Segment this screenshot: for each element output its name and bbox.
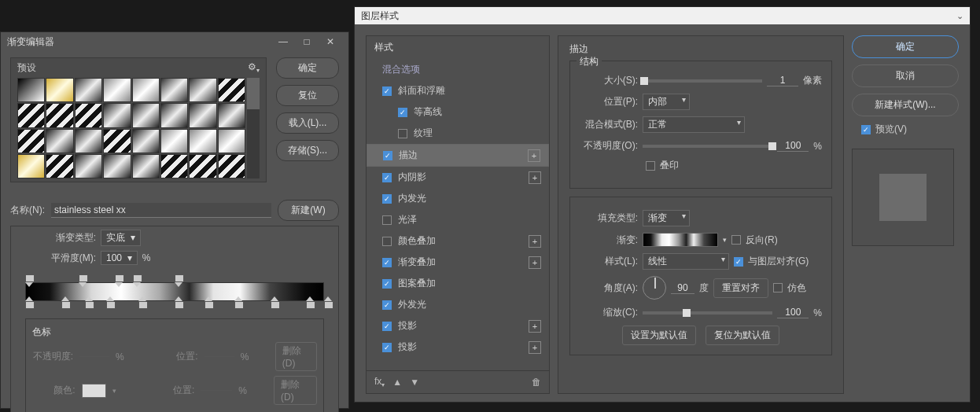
color-stop[interactable] [175, 301, 182, 311]
preset-swatch[interactable] [218, 129, 245, 153]
preset-swatch[interactable] [189, 154, 216, 178]
style-item-4[interactable]: ✓内阴影+ [367, 167, 549, 188]
preset-swatch[interactable] [46, 103, 73, 127]
smoothness-value[interactable]: 100 ▾ [101, 251, 138, 265]
minimize-icon[interactable]: — [271, 36, 295, 47]
color-stop[interactable] [234, 301, 242, 311]
save-button[interactable]: 存储(S)... [276, 140, 339, 161]
size-value[interactable]: 1 [767, 75, 798, 86]
color-stop[interactable] [61, 301, 69, 311]
color-stop[interactable] [138, 301, 146, 311]
opacity-stop[interactable] [133, 273, 141, 282]
delete-button[interactable]: 删除(D) [275, 342, 317, 371]
preset-swatch[interactable] [132, 129, 160, 153]
style-checkbox[interactable]: ✓ [382, 258, 392, 267]
preset-swatch[interactable] [160, 129, 188, 153]
position-field[interactable] [204, 356, 234, 357]
preset-swatch[interactable] [160, 78, 188, 102]
preset-swatch[interactable] [103, 78, 131, 102]
preset-swatch[interactable] [17, 129, 45, 153]
style-item-3[interactable]: ✓描边+ [367, 144, 549, 167]
style-item-2[interactable]: 纹理 [367, 123, 549, 144]
blending-options-item[interactable]: 混合选项 [367, 59, 549, 80]
gradient-swatch[interactable] [643, 233, 718, 247]
gear-icon[interactable]: ⚙▾ [248, 61, 260, 74]
opacity-stop[interactable] [115, 273, 123, 282]
style-item-12[interactable]: ✓投影+ [367, 337, 549, 358]
ok-button[interactable]: 确定 [276, 57, 339, 79]
preset-swatch[interactable] [189, 129, 216, 153]
color-stop[interactable] [324, 301, 332, 311]
scale-slider[interactable] [643, 311, 772, 315]
gradient-name-input[interactable] [51, 203, 271, 218]
preset-swatch[interactable] [132, 103, 160, 127]
preset-swatch[interactable] [75, 78, 102, 102]
style-item-9[interactable]: ✓图案叠加 [367, 273, 549, 294]
arrow-up-icon[interactable]: ▲ [392, 377, 402, 388]
fill-type-select[interactable]: 渐变 [643, 210, 690, 226]
add-icon[interactable]: + [529, 235, 541, 248]
preset-swatch[interactable] [218, 78, 245, 102]
preset-swatch[interactable] [75, 103, 102, 127]
style-checkbox[interactable] [382, 215, 392, 225]
preset-swatch[interactable] [17, 78, 45, 102]
style-checkbox[interactable]: ✓ [382, 279, 392, 289]
reset-align-button[interactable]: 重置对齐 [713, 278, 768, 298]
preset-scrollbar[interactable] [247, 78, 260, 178]
add-icon[interactable]: + [529, 171, 541, 184]
color-stop[interactable] [204, 301, 212, 311]
maximize-icon[interactable]: □ [295, 36, 319, 47]
gradient-bar[interactable] [25, 271, 324, 312]
opacity-value[interactable]: 100 [777, 140, 809, 152]
opacity-stop[interactable] [175, 273, 182, 282]
opacity-slider[interactable] [643, 145, 772, 148]
style-checkbox[interactable]: ✓ [382, 343, 392, 352]
new-style-button[interactable]: 新建样式(W)... [852, 94, 959, 116]
color-swatch[interactable] [82, 384, 106, 398]
color-stop[interactable] [271, 301, 278, 311]
preset-swatch[interactable] [46, 78, 73, 102]
add-icon[interactable]: + [529, 341, 541, 354]
style-item-7[interactable]: 颜色叠加+ [367, 230, 549, 252]
style-checkbox[interactable]: ✓ [382, 322, 392, 331]
style-item-10[interactable]: ✓外发光 [367, 294, 549, 315]
preset-swatch[interactable] [132, 154, 160, 178]
blend-mode-select[interactable]: 正常 [643, 116, 745, 133]
reverse-checkbox[interactable] [731, 235, 741, 245]
delete-button-2[interactable]: 删除(D) [274, 376, 317, 405]
cancel-button[interactable]: 取消 [852, 64, 959, 87]
preset-swatch[interactable] [75, 129, 102, 153]
fx-icon[interactable]: fx▾ [374, 376, 385, 388]
arrow-down-icon[interactable]: ▼ [410, 377, 419, 388]
scale-value[interactable]: 100 [777, 307, 809, 318]
angle-value[interactable]: 90 [671, 282, 694, 294]
preset-swatch[interactable] [132, 78, 160, 102]
load-button[interactable]: 载入(L)... [276, 112, 339, 134]
style-checkbox[interactable] [382, 237, 392, 246]
size-slider[interactable] [643, 79, 762, 83]
style-select[interactable]: 线性 [643, 253, 729, 270]
chevron-down-icon[interactable]: ⌄ [956, 11, 963, 21]
preset-swatch[interactable] [189, 103, 216, 127]
gradient-editor-titlebar[interactable]: 渐变编辑器 — □ ✕ [1, 32, 348, 51]
position-select[interactable]: 内部 [643, 94, 690, 110]
gradient-type-select[interactable]: 实底 ▾ [101, 230, 141, 246]
overprint-checkbox[interactable] [646, 161, 655, 171]
style-item-1[interactable]: ✓等高线 [367, 101, 549, 123]
set-default-button[interactable]: 设置为默认值 [622, 326, 696, 345]
opacity-stop[interactable] [25, 273, 33, 282]
style-checkbox[interactable]: ✓ [382, 194, 392, 204]
preset-swatch[interactable] [17, 154, 45, 178]
preset-swatch[interactable] [46, 154, 73, 178]
add-icon[interactable]: + [529, 320, 541, 333]
preset-swatch[interactable] [160, 154, 188, 178]
style-item-6[interactable]: 光泽 [367, 209, 549, 230]
align-checkbox[interactable]: ✓ [734, 257, 743, 267]
preset-swatch[interactable] [17, 103, 45, 127]
preset-swatch[interactable] [75, 154, 102, 178]
style-checkbox[interactable]: ✓ [382, 173, 392, 182]
color-stop[interactable] [106, 301, 114, 311]
angle-dial[interactable] [643, 276, 666, 300]
preset-swatch[interactable] [218, 103, 245, 127]
style-item-8[interactable]: ✓渐变叠加+ [367, 252, 549, 273]
